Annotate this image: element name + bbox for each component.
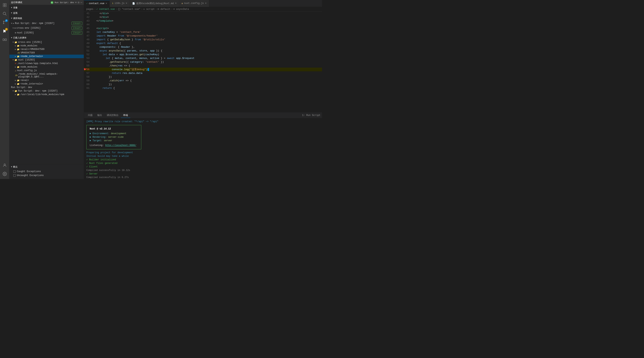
script-cross-env-label: cross-env [15291]: [18, 41, 42, 44]
debug-toolbar: 运行和调试 ▶ Run Script: dev ▼ ⚙ ⋯: [10, 0, 84, 5]
tab-contact-vue[interactable]: ✓ contact.vue ×: [84, 0, 110, 7]
line-num-51: 51: [84, 49, 92, 53]
terminal-content[interactable]: [HPM] Proxy rewrite rule created: "^/api…: [84, 118, 322, 179]
breadcrumb-default[interactable]: ⊡ default: [158, 8, 170, 11]
debug-run-button[interactable]: ▶: [51, 1, 53, 4]
breakpoints-chevron: ▼: [11, 166, 12, 168]
tab-nuxt-config[interactable]: ⚙ nuxt.config.js ×: [179, 0, 209, 7]
line-num-60: 60: [84, 83, 92, 86]
tab-problems[interactable]: 问题: [86, 113, 95, 118]
explorer-icon[interactable]: [1, 2, 8, 9]
tab-md-icon: 📄: [132, 2, 135, 5]
uncaught-checkbox[interactable]: [13, 174, 16, 177]
call-stack-item-1[interactable]: ▼ ▶ Run Script: dev: npm [15287] 正在运行: [10, 21, 84, 26]
svg-rect-12: [5, 39, 6, 41]
variables-section-header[interactable]: ▼ 变量: [10, 5, 84, 11]
tab-output[interactable]: 输出: [95, 113, 104, 118]
call-stack-item-2[interactable]: ▼ ⚙ cross-env [15291] 正在运行: [10, 26, 84, 31]
breadcrumb-script[interactable]: ◇ script: [143, 8, 154, 11]
script-vm-file[interactable]: JS VM46947589: [10, 51, 84, 55]
line-num-54: 54: [84, 60, 92, 64]
tab-i18n[interactable]: i i18n.js ×: [110, 0, 130, 7]
line-content-61: return {: [92, 86, 322, 90]
line-num-46: 46: [84, 30, 92, 34]
folder-chevron-eval: ▶: [15, 48, 16, 51]
script-eval-vm[interactable]: ▶ 📁 <eval>/VM46947589: [10, 48, 84, 51]
script-npm[interactable]: ▼ 📁 Run Script: dev: npm [15287]: [10, 89, 84, 93]
code-line-56: 56 console.log("这里debug"): [84, 68, 322, 71]
debug-dropdown-arrow[interactable]: ▼: [75, 1, 77, 4]
script-npm-modules[interactable]: ▶ 📁 /usr/local/lib/node_modules/npm: [10, 93, 84, 96]
terminal-server: ✓ Server: [86, 172, 320, 176]
script-node-internals-1[interactable]: ▶ 📁 <node_internals>: [10, 55, 84, 58]
line-content-56: console.log("这里debug"): [92, 68, 322, 71]
search-icon[interactable]: [1, 10, 8, 17]
script-app-template[interactable]: H .nuxt/views/app.template.html: [10, 62, 84, 65]
script-nuxt-label: nuxt [15293]: [18, 59, 35, 61]
script-eval-2[interactable]: ▶ 📁 <eval>: [10, 79, 84, 82]
script-eval-2-label: <eval>: [20, 79, 29, 82]
settings-icon[interactable]: [1, 170, 8, 177]
script-node-modules-1[interactable]: ▶ 📁 node_modules: [10, 44, 84, 48]
line-num-59: 59: [84, 79, 92, 83]
code-line-44: 44: [84, 23, 322, 27]
script-cross-env[interactable]: ▼ 📁 cross-env [15291]: [10, 41, 84, 44]
breadcrumb-contact-vue[interactable]: ✓ contact.vue: [96, 8, 115, 11]
script-webpack-plugin[interactable]: JS /node_modules/_html-webpack-plugin@4.…: [10, 72, 84, 79]
line-content-46: let cacheKey = 'contact_form': [92, 30, 322, 34]
line-num-49: 49: [84, 42, 92, 45]
script-node-internals-2[interactable]: ▶ 📁 <node_internals>: [10, 82, 84, 86]
source-control-badge: 9: [5, 19, 8, 22]
script-app-template-label: .nuxt/views/app.template.html: [17, 62, 58, 65]
folder-chevron-node-modules-2: ▶: [15, 66, 16, 68]
tab-contact-vue-label: contact.vue: [89, 2, 104, 5]
tab-debug-console[interactable]: 调试控制台: [104, 113, 121, 118]
script-nuxt[interactable]: ▼ 📁 nuxt [15293]: [10, 58, 84, 62]
breadcrumb-obj[interactable]: {} "contact.vue": [118, 8, 140, 11]
code-line-41: 41 </div>: [84, 12, 322, 15]
extensions-icon[interactable]: [1, 36, 8, 43]
terminal-panel: 问题 输出 调试控制台 终端 1: Run Script [HPM] Proxy…: [84, 112, 322, 179]
script-nuxt-config[interactable]: ⚠ nuxt.config.js: [10, 69, 84, 72]
breakpoint-uncaught[interactable]: Uncaught Exceptions: [10, 173, 84, 177]
loaded-scripts-section-header[interactable]: ▼ 已载入的脚本: [10, 35, 84, 41]
folder-icon-internals-2: 📁: [17, 83, 20, 85]
breadcrumb-pages[interactable]: pages: [86, 8, 94, 11]
warn-file-icon: ⚠: [15, 69, 16, 72]
terminal-preparing: Preparing project for development: [86, 151, 320, 154]
tab-close-config[interactable]: ×: [205, 2, 206, 5]
breakpoint-caught[interactable]: Caught Exceptions: [10, 169, 84, 173]
run-debug-icon[interactable]: 1: [1, 28, 8, 35]
terminal-tabs: 问题 输出 调试控制台 终端 1: Run Script: [84, 112, 322, 118]
call-stack-section-header[interactable]: ▼ 调用堆栈: [10, 16, 84, 21]
tab-terminal[interactable]: 终端: [121, 113, 130, 118]
code-line-42: 42 </div>: [84, 15, 322, 19]
nuxt-localhost-link[interactable]: http://localhost:3000/: [105, 144, 136, 147]
source-control-icon[interactable]: 9: [1, 19, 8, 26]
nuxt-title: Nuxt @ v2.14.12: [90, 127, 138, 131]
call-stack-item-3[interactable]: ⚙ nuxt [15293] 正在运行: [10, 31, 84, 35]
nuxt-target-line: ► Target: server: [90, 139, 138, 142]
code-line-43: 43 </template>: [84, 19, 322, 23]
folder-chevron-internals-1: ▶: [15, 55, 16, 58]
debug-more-icon[interactable]: ⋯: [81, 1, 82, 4]
code-line-52: 52 let data = app.$cookies.get(cacheKey): [84, 53, 322, 56]
watch-section-header[interactable]: ▼ 监视: [10, 11, 84, 16]
breadcrumb-async-data[interactable]: ⊙ asyncData: [173, 8, 189, 11]
folder-icon-eval-2: 📁: [17, 79, 20, 82]
nuxt-env-line: ► Environment: development: [90, 132, 138, 135]
tab-close-i18n[interactable]: ×: [126, 2, 127, 5]
code-editor[interactable]: 41 </div> 42 </div> 43 </template> 44 45: [84, 12, 322, 112]
tab-close-md[interactable]: ×: [175, 2, 176, 5]
tab-md[interactable]: 📄 使用Vscode调试(debug)Nuxt.md ×: [130, 0, 179, 7]
breakpoints-section-header[interactable]: ▼ 断点: [10, 164, 84, 169]
breadcrumb-sep-1: ›: [94, 8, 96, 11]
call-stack-icon-3: ⚙: [15, 32, 16, 34]
code-line-48: 48 import { getDataByJson } from '@/util…: [84, 38, 322, 42]
debug-settings-icon[interactable]: ⚙: [78, 1, 79, 4]
tab-close-contact[interactable]: ×: [106, 2, 107, 5]
caught-checkbox[interactable]: [13, 170, 16, 173]
script-node-modules-2[interactable]: ▶ 📁 node_modules: [10, 65, 84, 69]
line-content-51: async asyncData({ params, store, app }) …: [92, 49, 322, 53]
account-icon[interactable]: [1, 162, 8, 169]
